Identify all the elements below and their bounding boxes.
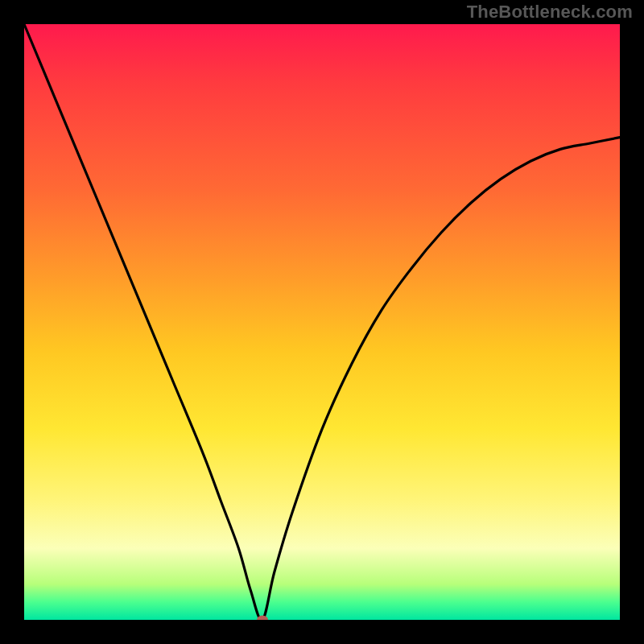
chart-frame: TheBottleneck.com (0, 0, 644, 644)
curve-path (24, 24, 620, 620)
bottom-border (0, 620, 644, 644)
bottleneck-curve (24, 24, 620, 620)
watermark-text: TheBottleneck.com (467, 2, 633, 23)
plot-area (24, 24, 620, 620)
